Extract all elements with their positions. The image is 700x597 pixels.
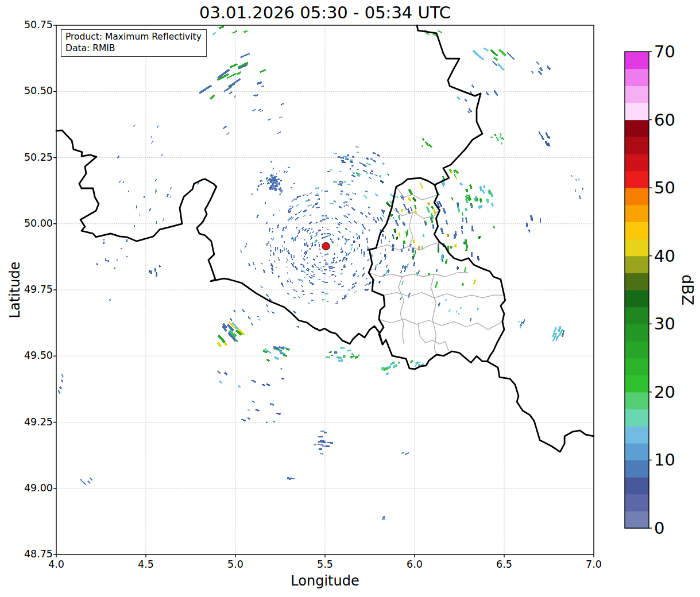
product-label: Product: Maximum Reflectivity bbox=[65, 31, 202, 42]
x-tick-label: 4.5 bbox=[126, 559, 166, 570]
x-axis-label: Longitude bbox=[56, 573, 594, 589]
data-source-label: Data: RMIB bbox=[65, 42, 202, 54]
x-tick-label: 6.5 bbox=[484, 559, 524, 570]
colorbar-tick-label: 10 bbox=[654, 449, 675, 471]
colorbar-tick-label: 50 bbox=[654, 177, 675, 199]
product-annotation-box: Product: Maximum Reflectivity Data: RMIB bbox=[61, 29, 207, 57]
map-grid bbox=[56, 25, 594, 555]
y-tick-label: 49.75 bbox=[0, 284, 53, 295]
y-tick-label: 49.00 bbox=[0, 482, 53, 494]
colorbar-tick-label: 0 bbox=[654, 517, 664, 539]
x-tick-label: 6.0 bbox=[395, 559, 435, 570]
y-tick-label: 50.00 bbox=[0, 218, 53, 229]
colorbar-tick-label: 60 bbox=[654, 109, 675, 131]
colorbar-tick-label: 40 bbox=[654, 245, 675, 267]
x-tick-label: 5.5 bbox=[305, 559, 345, 570]
y-tick-label: 50.25 bbox=[0, 152, 53, 163]
y-tick-label: 50.75 bbox=[0, 19, 53, 30]
colorbar-tick-label: 70 bbox=[654, 41, 675, 63]
x-tick-label: 5.0 bbox=[215, 559, 256, 570]
y-tick-label: 50.50 bbox=[0, 85, 53, 96]
plot-frame bbox=[53, 25, 594, 557]
x-tick-label: 4.0 bbox=[36, 559, 76, 570]
radar-site-dot bbox=[322, 242, 330, 250]
radar-figure: { "figure": {"width": 1219, "height": 10… bbox=[0, 0, 700, 597]
y-tick-label: 48.75 bbox=[0, 548, 53, 560]
y-tick-label: 49.25 bbox=[0, 416, 53, 428]
radar-echoes bbox=[57, 25, 583, 520]
colorbar-tick-label: 30 bbox=[654, 313, 675, 335]
colorbar bbox=[625, 52, 652, 529]
plot-title: 03.01.2026 05:30 - 05:34 UTC bbox=[56, 3, 594, 22]
colorbar-tick-label: 20 bbox=[654, 381, 675, 403]
x-tick-label: 7.0 bbox=[574, 559, 614, 570]
y-tick-label: 49.50 bbox=[0, 350, 53, 361]
radar-map-plot bbox=[0, 0, 700, 597]
colorbar-label: dBZ bbox=[679, 274, 697, 305]
